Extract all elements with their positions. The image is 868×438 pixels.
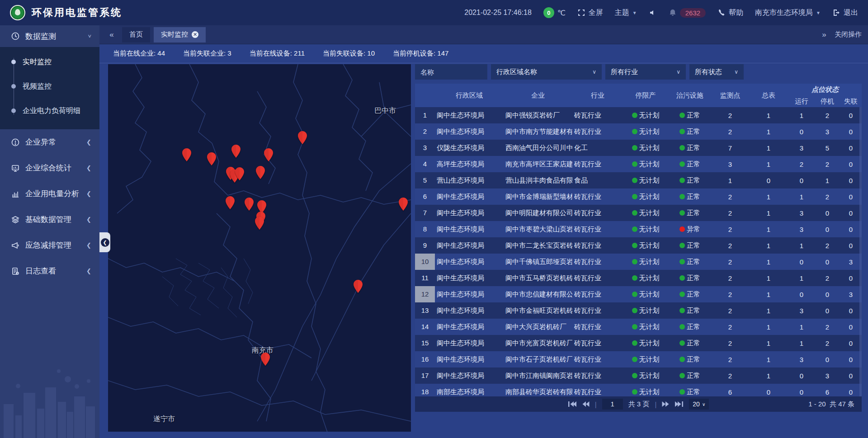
logout-button[interactable]: 退出 (832, 8, 858, 18)
table-row[interactable]: 18南部生态环境局南部县砖华页岩砖有限公砖瓦行业无计划正常60060 (415, 384, 862, 396)
theme-dropdown[interactable]: 主题▼ (615, 8, 637, 18)
sidebar-subitem[interactable]: 视频监控 (0, 74, 99, 99)
sidebar-item-2[interactable]: 企业综合统计❮ (0, 155, 99, 181)
status-label: 正常 (687, 193, 700, 201)
page-number-input[interactable] (602, 399, 623, 410)
tabs-scroll-right-icon[interactable]: » (818, 30, 830, 39)
cell-facility: 正常 (668, 193, 712, 201)
cell-meters: 1 (749, 128, 788, 136)
sidebar-subitem[interactable]: 企业电力负荷明细 (0, 99, 99, 123)
cell-points: 2 (712, 128, 749, 136)
cell-company: 阆中市光富页岩机砖厂 (504, 339, 572, 348)
sidebar-item-0[interactable]: 数据监测˅ (0, 25, 99, 47)
name-search-input[interactable] (415, 64, 487, 80)
tab-首页[interactable]: 首页 (122, 27, 150, 42)
table-row[interactable]: 8阆中生态环境局阆中市枣碧大梁山页岩砖瓦行业无计划异常21300 (415, 221, 862, 237)
cell-facility: 正常 (668, 323, 712, 331)
table-row[interactable]: 3仪陇生态环境局西南油气田分公司川中化工无计划正常71350 (415, 140, 862, 156)
sidebar-item-3[interactable]: 企业用电量分析❮ (0, 181, 99, 207)
cell-plan: 无计划 (623, 144, 668, 152)
cell-plan: 无计划 (623, 225, 668, 234)
sidebar-collapse-button[interactable]: ❮ (99, 232, 110, 252)
org-dropdown[interactable]: 南充市生态环境局▼ (755, 8, 821, 18)
sidebar-item-1[interactable]: 企业异常❮ (0, 129, 99, 155)
status-dot-ok (679, 340, 685, 346)
sidebar-item-6[interactable]: 日志查看❮ (0, 258, 99, 284)
status-dot-ok (679, 324, 685, 330)
sidebar-item-4[interactable]: 基础数据管理❮ (0, 207, 99, 232)
map-marker-1[interactable] (207, 152, 217, 165)
table-row[interactable]: 5营山生态环境局营山县润丰肉食品有限食品无计划正常10010 (415, 172, 862, 188)
table-row[interactable]: 1阆中生态环境局阆中强锐页岩砖厂砖瓦行业无计划正常21120 (415, 107, 862, 123)
cell-lost: 0 (840, 356, 862, 363)
cell-meters: 1 (749, 307, 788, 315)
cell-run: 1 (788, 242, 815, 250)
map-marker-16[interactable] (260, 353, 270, 366)
table-row[interactable]: 4高坪生态环境局南充市高坪区王家店建砖瓦行业无计划正常31220 (415, 156, 862, 172)
sidebar-subitem[interactable]: 实时监控 (0, 50, 99, 74)
page-size-select[interactable]: 20∨ (689, 399, 709, 410)
table-row[interactable]: 10阆中生态环境局阆中千佛镇五郎垭页岩砖瓦行业无计划正常21003 (415, 254, 862, 270)
region-select[interactable]: 行政区域名称∨ (491, 64, 602, 80)
chevron-down-icon: ∨ (702, 402, 705, 407)
table-row[interactable]: 12阆中生态环境局阆中市忠信建材有限公砖瓦行业无计划正常21003 (415, 286, 862, 302)
cell-industry: 砖瓦行业 (572, 241, 623, 250)
cell-run: 0 (788, 388, 815, 396)
col-index (415, 84, 435, 107)
notifications[interactable]: 2632 (669, 8, 706, 18)
table-row[interactable]: 11阆中生态环境局阆中市五马桥页岩机砖砖瓦行业无计划正常21120 (415, 270, 862, 286)
cell-lost: 0 (840, 209, 862, 217)
cell-facility: 正常 (668, 355, 712, 364)
status-dot-ok (679, 178, 685, 183)
next-page-button[interactable] (662, 401, 669, 407)
map-marker-10[interactable] (244, 198, 254, 211)
map-marker-14[interactable] (398, 198, 408, 211)
status-select[interactable]: 所有状态∨ (689, 64, 744, 80)
close-operations-button[interactable]: 关闭操作 (835, 30, 862, 39)
map-marker-3[interactable] (264, 148, 274, 161)
tabs-scroll-left-icon[interactable]: « (106, 30, 118, 39)
table-row[interactable]: 14阆中生态环境局阆中大兴页岩机砖厂砖瓦行业无计划正常21120 (415, 319, 862, 335)
map-marker-4[interactable] (297, 131, 307, 144)
table-row[interactable]: 16阆中生态环境局阆中市石子页岩机砖厂砖瓦行业无计划正常21300 (415, 351, 862, 367)
first-page-button[interactable] (568, 401, 577, 407)
table-row[interactable]: 13阆中生态环境局阆中市金福旺页岩机砖砖瓦行业无计划正常21300 (415, 302, 862, 319)
table-row[interactable]: 6阆中生态环境局阆中市金博瑞新型墙材砖瓦行业无计划正常21120 (415, 188, 862, 205)
chevron-left-icon: ❮ (86, 242, 91, 249)
cell-points: 3 (712, 160, 749, 168)
table-row[interactable]: 17阆中生态环境局阆中市江南镇阆南页岩砖瓦行业无计划正常21030 (415, 367, 862, 384)
cell-meters: 1 (749, 323, 788, 331)
table-scrollbar[interactable] (859, 107, 862, 396)
map-marker-2[interactable] (231, 145, 241, 158)
cell-points: 2 (712, 209, 749, 217)
sidebar-item-5[interactable]: 应急减排管理❮ (0, 232, 99, 258)
cell-run: 3 (788, 209, 815, 217)
table-row[interactable]: 7阆中生态环境局阆中明阳建材有限公司砖瓦行业无计划正常21300 (415, 205, 862, 221)
record-range-label: 1 - 20 共 47 条 (808, 400, 854, 409)
table-row[interactable]: 9阆中生态环境局阆中市二龙长宝页岩砖砖瓦行业无计划正常21120 (415, 237, 862, 254)
tab-close-icon[interactable]: ✕ (192, 31, 198, 38)
tab-实时监控[interactable]: 实时监控✕ (154, 27, 206, 42)
mute-button[interactable] (649, 9, 657, 17)
fullscreen-button[interactable]: 全屏 (577, 8, 603, 18)
help-button[interactable]: 帮助 (717, 8, 743, 18)
map-marker-13[interactable] (255, 217, 264, 230)
cell-industry: 砖瓦行业 (572, 388, 623, 396)
speaker-icon (649, 9, 657, 17)
table-row[interactable]: 15阆中生态环境局阆中市光富页岩机砖厂砖瓦行业无计划正常21120 (415, 335, 862, 351)
map-marker-0[interactable] (182, 148, 192, 161)
status-label: 无计划 (639, 372, 660, 380)
table-row[interactable]: 2阆中生态环境局阆中市南方节能建材有砖瓦行业无计划正常21030 (415, 123, 862, 140)
map-marker-7[interactable] (235, 167, 245, 180)
phone-icon (717, 9, 726, 17)
map-marker-8[interactable] (255, 166, 265, 179)
industry-select[interactable]: 所有行业∨ (605, 64, 686, 80)
chevron-left-icon: ❮ (101, 238, 109, 247)
map-marker-15[interactable] (353, 280, 363, 293)
sidebar-item-label: 企业异常 (25, 137, 56, 147)
map[interactable]: 巴中市南充市遂宁市 (108, 64, 411, 432)
pagination-bar: | 共 3 页 | 20∨ (415, 396, 862, 412)
prev-page-button[interactable] (582, 401, 590, 407)
last-page-button[interactable] (675, 401, 684, 407)
map-marker-9[interactable] (225, 196, 235, 209)
